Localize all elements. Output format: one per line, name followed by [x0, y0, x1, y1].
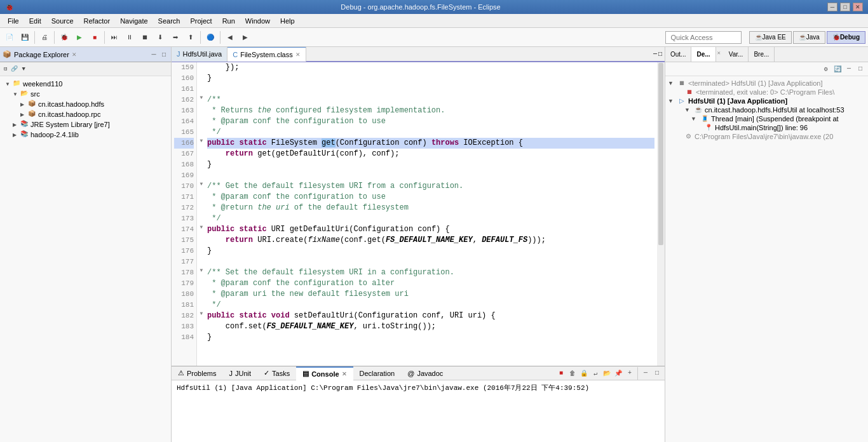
bottom-tab-javadoc[interactable]: @ Javadoc — [401, 366, 449, 380]
tree-arrow-rpc: ▶ — [20, 112, 27, 117]
console-word-wrap-btn[interactable]: ↵ — [590, 368, 600, 378]
console-pin-btn[interactable]: 📌 — [613, 368, 623, 378]
debug-item-terminated1[interactable]: ▼ ⏹ <terminated> HdfsUtil (1) [Java Appl… — [665, 79, 868, 88]
bottom-tab-tasks[interactable]: ✓ Tasks — [257, 366, 296, 380]
code-line-175: return URI.create(fixName(conf.get(FS_DE… — [207, 235, 654, 246]
bottom-tab-list: ⚠ Problems J JUnit ✓ Tasks ▤ Console ✕ — [172, 366, 449, 380]
bottom-tab-junit[interactable]: J JUnit — [222, 366, 257, 380]
title-bar-icon: 🐞 — [5, 3, 14, 11]
tab-filesystem-close[interactable]: ✕ — [295, 51, 301, 58]
menu-search[interactable]: Search — [153, 16, 186, 26]
menu-run[interactable]: Run — [217, 16, 240, 26]
toolbar-stop[interactable]: ■ — [88, 30, 102, 44]
editor-scrollbar[interactable] — [657, 62, 665, 366]
toolbar-step-over[interactable]: ➡ — [168, 30, 182, 44]
debug-item-app[interactable]: ▼ ▷ HdfsUtil (1) [Java Application] — [665, 97, 868, 105]
close-button[interactable]: ✕ — [853, 3, 863, 11]
toolbar-bp[interactable]: 🔵 — [203, 30, 217, 44]
toolbar-terminate[interactable]: ⏹ — [138, 30, 152, 44]
panel-max-btn[interactable]: □ — [652, 368, 662, 378]
code-editor[interactable]: 159 160 161 162 163 164 165 166 167 168 … — [172, 62, 665, 366]
debug-max-btn[interactable]: □ — [855, 64, 865, 74]
toolbar-run[interactable]: ▶ — [72, 30, 86, 44]
toolbar-back[interactable]: ◀ — [223, 30, 237, 44]
tab-filesystem[interactable]: C FileSystem.class ✕ — [227, 47, 306, 62]
toolbar-suspend[interactable]: ⏸ — [123, 30, 137, 44]
menu-file[interactable]: File — [3, 16, 24, 26]
code-line-159: }); — [207, 62, 654, 73]
menu-help[interactable]: Help — [275, 16, 300, 26]
tree-item-weekend110[interactable]: ▼ 📁 weekend110 — [0, 79, 171, 89]
debug-tree: ▼ ⏹ <terminated> HdfsUtil (1) [Java Appl… — [665, 76, 868, 442]
debug-text-thread: Thread [main] (Suspended (breakpoint at — [711, 115, 839, 123]
debug-item-terminated2[interactable]: ⏹ <terminated, exit value: 0> C:\Program… — [665, 88, 868, 97]
panel-min-btn[interactable]: ─ — [641, 368, 651, 378]
menu-refactor[interactable]: Refactor — [79, 16, 116, 26]
console-scroll-lock-btn[interactable]: 🔒 — [579, 368, 589, 378]
java-icon: ☕ — [799, 34, 806, 41]
bottom-tab-problems[interactable]: ⚠ Problems — [172, 366, 222, 380]
menu-navigate[interactable]: Navigate — [115, 16, 153, 26]
toolbar-debug[interactable]: 🐞 — [57, 30, 71, 44]
debug-item-class[interactable]: ▼ ☕ cn.itcast.hadoop.hdfs.HdfsUtil at lo… — [665, 105, 868, 114]
link-editor-btn[interactable]: 🔗 — [10, 65, 19, 73]
debug-toolbar-btn2[interactable]: 🔄 — [832, 64, 843, 74]
code-line-162: /** — [207, 95, 654, 105]
tree-item-jre[interactable]: ▶ 📚 JRE System Library [jre7] — [0, 119, 171, 130]
debug-text-exe: C:\Program Files\Java\jre7\bin\javaw.exe… — [695, 133, 833, 140]
toolbar-step-return[interactable]: ⬆ — [184, 30, 198, 44]
console-content: HdfsUtil (1) [Java Application] C:\Progr… — [172, 380, 665, 442]
console-open-file-btn[interactable]: 📂 — [602, 368, 612, 378]
toolbar-resume[interactable]: ⏭ — [107, 30, 121, 44]
debug-min-btn[interactable]: ─ — [844, 64, 854, 74]
right-tab-var[interactable]: Var... — [722, 47, 749, 62]
tab-hdfsutil[interactable]: J HdfsUtil.java — [172, 47, 227, 62]
debug-item-thread[interactable]: ▼ 🧵 Thread [main] (Suspended (breakpoint… — [665, 114, 868, 123]
console-stop-btn[interactable]: ■ — [556, 368, 566, 378]
minimize-button[interactable]: ─ — [827, 3, 837, 11]
tree-item-rpc[interactable]: ▶ 📦 cn.itcast.hadoop.rpc — [0, 109, 171, 119]
tree-arrow-jre: ▶ — [13, 122, 19, 128]
toolbar-print[interactable]: 🖨 — [37, 30, 51, 44]
panel-minimize[interactable]: ─ — [149, 50, 158, 59]
bottom-tab-console[interactable]: ▤ Console ✕ — [296, 366, 353, 380]
package-explorer-close-icon[interactable]: ✕ — [72, 51, 77, 58]
perspective-java-ee[interactable]: ☕ Java EE — [749, 31, 792, 44]
editor-max-btn[interactable]: □ — [658, 51, 662, 58]
tab-filesystem-icon: C — [233, 51, 238, 58]
console-clear-btn[interactable]: 🗑 — [567, 368, 578, 378]
tree-item-src[interactable]: ▼ 📂 src — [0, 89, 171, 99]
toolbar-fwd[interactable]: ▶ — [238, 30, 252, 44]
debug-text-class: cn.itcast.hadoop.hdfs.HdfsUtil at localh… — [705, 106, 844, 114]
toolbar-step-into[interactable]: ⬇ — [153, 30, 167, 44]
tree-item-hdfs[interactable]: ▶ 📦 cn.itcast.hadoop.hdfs — [0, 99, 171, 109]
tree-item-hadoop[interactable]: ▶ 📚 hadoop-2.4.1lib — [0, 130, 171, 140]
console-new-btn[interactable]: + — [625, 368, 635, 378]
collapse-all-btn[interactable]: ⊟ — [3, 65, 8, 73]
perspective-debug[interactable]: 🐞 Debug — [827, 31, 865, 44]
menu-edit[interactable]: Edit — [24, 16, 46, 26]
right-tab-out[interactable]: Out... — [665, 47, 691, 62]
package-explorer-label: Package Explorer — [14, 51, 69, 58]
debug-item-method[interactable]: 📍 HdfsUtil.main(String[]) line: 96 — [665, 123, 868, 132]
debug-item-exe[interactable]: ⚙ C:\Program Files\Java\jre7\bin\javaw.e… — [665, 132, 868, 141]
code-content[interactable]: }); } /** * Returns the configured files… — [197, 62, 657, 366]
debug-toolbar-btn1[interactable]: ⚙ — [821, 64, 831, 74]
console-close-icon[interactable]: ✕ — [342, 371, 347, 377]
quick-access-input[interactable] — [665, 31, 742, 44]
perspective-java[interactable]: ☕ Java — [793, 31, 825, 44]
maximize-button[interactable]: □ — [840, 3, 850, 11]
bottom-tab-declaration[interactable]: Declaration — [353, 366, 402, 380]
menu-project[interactable]: Project — [185, 16, 217, 26]
editor-min-btn[interactable]: ─ — [653, 51, 657, 58]
right-tab-de-close[interactable]: ✕ — [716, 47, 722, 62]
code-line-165: */ — [207, 127, 654, 138]
view-menu-btn[interactable]: ▼ — [20, 65, 26, 73]
toolbar-new[interactable]: 📄 — [3, 30, 17, 44]
toolbar-save[interactable]: 💾 — [18, 30, 32, 44]
menu-window[interactable]: Window — [240, 16, 275, 26]
panel-maximize[interactable]: □ — [159, 50, 168, 59]
right-tab-de[interactable]: De... — [691, 47, 715, 62]
right-tab-bre[interactable]: Bre... — [749, 47, 775, 62]
menu-source[interactable]: Source — [46, 16, 79, 26]
